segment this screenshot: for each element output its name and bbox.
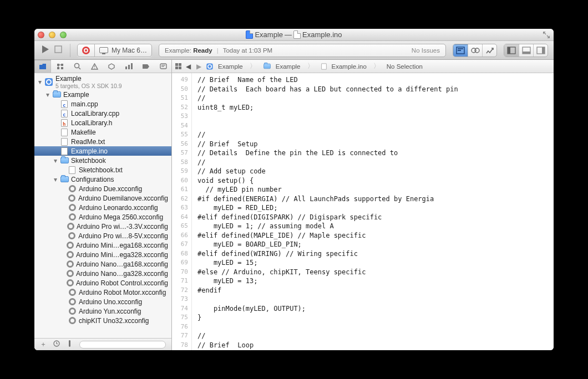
xcconfig-icon	[68, 307, 77, 316]
tree-label: Arduino Yun.xcconfig	[79, 308, 141, 315]
file-config-14[interactable]: chipKIT Uno32.xcconfig	[34, 316, 171, 325]
xcconfig-icon	[68, 185, 77, 193]
tree-label: Example	[55, 75, 122, 83]
panel-toggle[interactable]	[504, 44, 548, 57]
file-locallibrary-cpp[interactable]: LocalLibrary.cpp	[34, 109, 171, 118]
file-config-5[interactable]: Arduino Pro wi…8-5V.xcconfig	[34, 231, 171, 240]
file-config-9[interactable]: Arduino Nano…ga328.xcconfig	[34, 269, 171, 278]
filter-field[interactable]	[79, 341, 166, 349]
crumb-group[interactable]: Example	[276, 63, 301, 70]
svg-rect-23	[161, 65, 165, 65]
forward-button[interactable]: ▶	[196, 63, 201, 70]
xcconfig-icon	[68, 298, 77, 306]
navigator-tabs[interactable]	[34, 60, 171, 73]
file-config-12[interactable]: Arduino Uno.xcconfig	[34, 297, 171, 306]
run-button[interactable]	[40, 44, 50, 56]
assistant-editor-icon[interactable]	[468, 44, 482, 57]
crumb-file[interactable]: Example.ino	[332, 63, 367, 70]
back-button[interactable]: ◀	[186, 63, 191, 70]
line-gutter[interactable]: 49 50 51 52 53 54 55 56 57 58 59 60 61 6…	[172, 73, 192, 350]
recent-filter-icon[interactable]	[53, 340, 60, 349]
project-tree[interactable]: ▾Example5 targets, OS X SDK 10.9▾Example…	[34, 73, 171, 338]
status-state: Ready	[193, 47, 212, 54]
file-config-11[interactable]: Arduino Robot Motor.xcconfig	[34, 288, 171, 297]
tree-label: LocalLibrary.h	[71, 119, 112, 127]
svg-rect-0	[55, 46, 62, 53]
tree-label: Arduino Mini…ega328.xcconfig	[76, 251, 168, 259]
issue-navigator-icon[interactable]	[86, 60, 103, 73]
file-config-13[interactable]: Arduino Yun.xcconfig	[34, 306, 171, 316]
svg-rect-19	[125, 66, 127, 69]
file-locallibrary-h[interactable]: LocalLibrary.h	[34, 118, 171, 127]
svg-rect-15	[61, 67, 63, 69]
svg-point-16	[74, 64, 79, 68]
log-navigator-icon[interactable]	[155, 60, 171, 73]
svg-rect-26	[69, 340, 70, 347]
file-readme[interactable]: ReadMe.txt	[34, 137, 171, 146]
file-config-10[interactable]: Arduino Robot Control.xcconfig	[34, 278, 171, 288]
tree-label: Arduino Uno.xcconfig	[79, 298, 142, 306]
navigator-panel-icon[interactable]	[504, 44, 519, 57]
file-config-1[interactable]: Arduino Duemilanove.xcconfig	[34, 193, 171, 203]
jump-bar[interactable]: ◀ ▶ Example 〉 Example 〉 Example.ino 〉 No…	[172, 60, 554, 73]
tree-label: Arduino Mega 2560.xcconfig	[79, 213, 163, 221]
group-sketchbook[interactable]: ▾Sketchbook	[34, 156, 171, 165]
crumb-selection[interactable]: No Selection	[387, 63, 423, 70]
file-config-7[interactable]: Arduino Mini…ega328.xcconfig	[34, 250, 171, 259]
file-main-cpp[interactable]: main.cpp	[34, 99, 171, 109]
debug-panel-icon[interactable]	[519, 44, 533, 57]
file-icon	[68, 166, 77, 175]
xcconfig-icon	[67, 279, 74, 288]
titlebar: Example — Example.ino	[34, 29, 554, 41]
header-file-icon	[60, 119, 69, 127]
tree-label: Arduino Pro wi…8-5V.xcconfig	[78, 232, 168, 240]
file-makefile[interactable]: Makefile	[34, 127, 171, 137]
test-navigator-icon[interactable]	[103, 60, 120, 73]
related-items-icon[interactable]	[175, 63, 181, 69]
tree-label: main.cpp	[71, 100, 98, 108]
crumb-project-icon	[206, 63, 212, 69]
file-config-0[interactable]: Arduino Due.xcconfig	[34, 184, 171, 193]
code-editor[interactable]: // Brief Name of the LED // Details Each…	[192, 73, 554, 350]
editor-mode-toggle[interactable]	[453, 44, 497, 57]
file-config-6[interactable]: Arduino Mini…ega168.xcconfig	[34, 240, 171, 250]
svg-rect-18	[94, 68, 95, 68]
group-configurations[interactable]: ▾Configurations	[34, 175, 171, 184]
crumb-project[interactable]: Example	[218, 63, 243, 70]
xcconfig-icon	[68, 203, 77, 212]
project-root[interactable]: ▾Example5 targets, OS X SDK 10.9	[34, 74, 171, 90]
file-example-ino[interactable]: Example.ino	[34, 146, 171, 156]
debug-navigator-icon[interactable]	[120, 60, 137, 73]
file-config-2[interactable]: Arduino Leonardo.xcconfig	[34, 203, 171, 212]
stop-button[interactable]	[53, 44, 63, 56]
project-navigator-icon[interactable]	[34, 60, 51, 73]
tree-label: Arduino Due.xcconfig	[79, 185, 142, 193]
search-navigator-icon[interactable]	[69, 60, 85, 73]
file-config-4[interactable]: Arduino Pro wi…-3.3V.xcconfig	[34, 222, 171, 231]
symbol-navigator-icon[interactable]	[52, 60, 68, 73]
file-config-3[interactable]: Arduino Mega 2560.xcconfig	[34, 212, 171, 222]
close-button[interactable]	[38, 32, 44, 38]
scm-filter-icon[interactable]	[67, 340, 73, 349]
title-file: Example.ino	[302, 30, 342, 39]
xcconfig-icon	[68, 288, 77, 297]
svg-rect-17	[94, 65, 95, 67]
fullscreen-icon[interactable]	[543, 31, 550, 39]
scheme-selector[interactable]: My Mac 6…	[77, 44, 152, 57]
utilities-panel-icon[interactable]	[533, 44, 548, 57]
editor-area: ◀ ▶ Example 〉 Example 〉 Example.ino 〉 No…	[172, 60, 554, 350]
add-button[interactable]: ＋	[40, 340, 47, 349]
tree-label: Arduino Duemilanove.xcconfig	[78, 194, 168, 202]
xcconfig-icon	[68, 194, 76, 203]
zoom-button[interactable]	[60, 32, 67, 38]
activity-viewer[interactable]: Example: Ready | Today at 1:03 PM No Iss…	[159, 44, 446, 57]
svg-rect-20	[128, 65, 130, 69]
breakpoint-navigator-icon[interactable]	[138, 60, 154, 73]
minimize-button[interactable]	[49, 32, 55, 38]
standard-editor-icon[interactable]	[453, 44, 468, 57]
group-example[interactable]: ▾Example	[34, 90, 171, 99]
tree-label: Arduino Leonardo.xcconfig	[79, 204, 158, 212]
file-config-8[interactable]: Arduino Nano…ga168.xcconfig	[34, 259, 171, 269]
version-editor-icon[interactable]	[482, 44, 496, 57]
file-sketchbook-txt[interactable]: Sketchbook.txt	[34, 165, 171, 175]
